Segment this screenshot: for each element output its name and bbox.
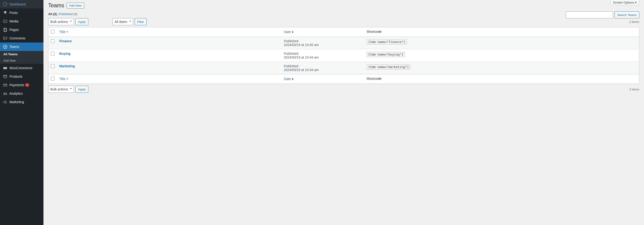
sidebar-item-products[interactable]: Products bbox=[0, 72, 44, 81]
sidebar-item-marketing[interactable]: Marketing bbox=[0, 98, 44, 106]
screen-options-toggle[interactable]: Screen Options ▾ bbox=[610, 0, 639, 5]
card-icon bbox=[3, 83, 8, 87]
col-shortcode: Shortcode bbox=[364, 28, 639, 37]
sidebar-item-analytics[interactable]: Analytics bbox=[0, 89, 44, 98]
submenu-all-teams[interactable]: All Teams bbox=[0, 51, 44, 57]
sidebar-item-label: Marketing bbox=[10, 100, 24, 104]
status-filter-links: All (3) | Published (3) bbox=[48, 12, 639, 16]
filter-button[interactable]: Filter bbox=[134, 18, 147, 25]
search-button[interactable]: Search Teams bbox=[614, 11, 639, 18]
sidebar-item-pages[interactable]: Pages bbox=[0, 26, 44, 34]
bulk-actions-select[interactable]: Bulk actions bbox=[48, 18, 74, 25]
select-all-checkbox-top[interactable] bbox=[51, 30, 54, 34]
main-content: Screen Options ▾ Teams Add New Search Te… bbox=[44, 0, 644, 225]
row-shortcode[interactable]: [tmm name="buying"] bbox=[366, 52, 405, 57]
chart-icon bbox=[3, 91, 8, 96]
row-title-link[interactable]: Buying bbox=[59, 52, 70, 56]
sidebar-item-label: Media bbox=[10, 19, 18, 23]
sidebar-item-media[interactable]: Media bbox=[0, 17, 44, 26]
row-shortcode[interactable]: [tmm name="marketing"] bbox=[366, 64, 410, 70]
sidebar-item-label: Dashboard bbox=[10, 2, 26, 6]
tablenav-bottom: Bulk actions Apply 3 items bbox=[48, 86, 639, 93]
row-date: Published2024/03/19 at 10:45 am bbox=[282, 37, 364, 49]
filter-published[interactable]: Published (3) bbox=[59, 12, 78, 16]
add-new-button[interactable]: Add New bbox=[66, 2, 84, 8]
table-row: FinancePublished2024/03/19 at 10:45 am[t… bbox=[48, 37, 639, 49]
sidebar-item-label: Pages bbox=[10, 28, 19, 32]
row-checkbox[interactable] bbox=[51, 52, 54, 56]
page-icon bbox=[3, 28, 8, 32]
table-row: MarketingPublished2024/03/19 at 10:34 am… bbox=[48, 62, 639, 74]
archive-icon bbox=[3, 74, 8, 79]
row-date: Published2024/03/19 at 10:44 am bbox=[282, 49, 364, 62]
sort-date[interactable]: Date bbox=[284, 30, 294, 34]
sort-title[interactable]: Title bbox=[59, 30, 68, 34]
table-row: BuyingPublished2024/03/19 at 10:44 am[tm… bbox=[48, 49, 639, 62]
svg-rect-8 bbox=[4, 76, 6, 78]
search-input[interactable] bbox=[566, 11, 613, 18]
sidebar-item-label: WooCommerce bbox=[10, 66, 32, 70]
submenu-add-new[interactable]: Add New bbox=[0, 57, 44, 64]
bulk-apply-button[interactable]: Apply bbox=[75, 18, 88, 25]
col-shortcode-foot: Shortcode bbox=[364, 74, 639, 84]
row-checkbox[interactable] bbox=[51, 39, 54, 43]
sidebar-item-teams[interactable]: Teams bbox=[0, 42, 44, 51]
sidebar-item-woocommerce[interactable]: WooCommerce bbox=[0, 64, 44, 72]
sort-date-foot[interactable]: Date bbox=[284, 77, 294, 81]
sidebar-item-label: Comments bbox=[10, 36, 26, 40]
filter-all[interactable]: All (3) bbox=[48, 12, 57, 16]
sort-title-foot[interactable]: Title bbox=[59, 77, 68, 81]
megaphone-icon bbox=[3, 100, 8, 104]
search-area: Search Teams bbox=[566, 11, 639, 18]
pin-icon bbox=[3, 10, 8, 15]
sidebar-item-dashboard[interactable]: Dashboard bbox=[0, 0, 44, 8]
sidebar-item-label: Analytics bbox=[10, 92, 23, 96]
select-all-checkbox-bottom[interactable] bbox=[51, 77, 54, 80]
teams-table: Title Date Shortcode FinancePublished202… bbox=[48, 27, 639, 84]
items-count-bottom: 3 items bbox=[629, 88, 639, 91]
page-header: Teams Add New bbox=[48, 0, 639, 9]
svg-rect-1 bbox=[4, 20, 7, 22]
sidebar-item-label: Products bbox=[10, 74, 22, 78]
admin-sidebar: Dashboard Posts Media Pages Comments Tea… bbox=[0, 0, 44, 225]
comment-icon bbox=[3, 36, 8, 40]
bulk-actions-select-bottom[interactable]: Bulk actions bbox=[48, 86, 74, 93]
woo-icon bbox=[3, 66, 8, 70]
sidebar-item-payments[interactable]: Payments 1 bbox=[0, 81, 44, 89]
sidebar-item-label: Payments bbox=[10, 83, 24, 87]
row-title-link[interactable]: Finance bbox=[59, 39, 72, 43]
sidebar-item-posts[interactable]: Posts bbox=[0, 8, 44, 17]
items-count-top: 3 items bbox=[629, 20, 639, 24]
sidebar-item-comments[interactable]: Comments bbox=[0, 34, 44, 42]
row-shortcode[interactable]: [tmm name="finance"] bbox=[366, 39, 407, 44]
sidebar-submenu-teams: All Teams Add New bbox=[0, 51, 44, 64]
date-filter-select[interactable]: All dates bbox=[112, 18, 133, 25]
sidebar-item-label: Posts bbox=[10, 11, 18, 15]
svg-rect-6 bbox=[3, 67, 7, 69]
plus-icon bbox=[3, 44, 8, 49]
row-checkbox[interactable] bbox=[51, 64, 54, 68]
payments-badge: 1 bbox=[25, 83, 29, 87]
svg-rect-9 bbox=[4, 84, 7, 86]
tablenav-top: Bulk actions Apply All dates Filter 3 it… bbox=[48, 18, 639, 25]
bulk-apply-button-bottom[interactable]: Apply bbox=[75, 86, 88, 93]
row-date: Published2024/03/19 at 10:34 am bbox=[282, 62, 364, 74]
dashboard-icon bbox=[3, 2, 8, 6]
sidebar-item-label: Teams bbox=[10, 45, 19, 49]
media-icon bbox=[3, 19, 8, 24]
page-title: Teams bbox=[48, 2, 64, 9]
row-title-link[interactable]: Marketing bbox=[59, 64, 75, 68]
